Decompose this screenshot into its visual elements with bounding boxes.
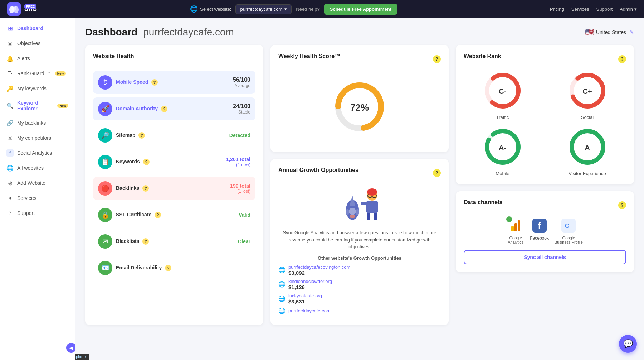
data-channels-card: Data channels ? ✓ — [456, 191, 634, 272]
growth-site-2: 🌐 kindleandclowder.org $1,126 — [278, 279, 441, 290]
site-name-2[interactable]: kindleandclowder.org — [288, 279, 332, 284]
email-label: Email Deliverability ? — [116, 265, 171, 271]
growth-site-4: 🌐 purrfectdaycafe.com — [278, 307, 441, 314]
domain-authority-help[interactable]: ? — [161, 106, 167, 112]
mobile-speed-icon: ⏱ — [98, 75, 112, 90]
site-name-1[interactable]: purrfectdaycafecovington.com — [288, 264, 350, 270]
social-analytics-icon: f — [6, 149, 14, 157]
channel-facebook: f Facebook — [530, 217, 549, 244]
health-item-blacklists[interactable]: ✉ Blacklists ? Clear — [93, 230, 255, 253]
sync-channels-button[interactable]: Sync all channels — [464, 250, 626, 264]
sidebar-label-services: Services — [17, 195, 36, 201]
sidebar-item-keyword-explorer[interactable]: 🔍 Keyword Explorer New — [0, 96, 75, 115]
health-item-sitemap[interactable]: 🔎 Sitemap ? Detected — [93, 124, 255, 147]
website-health-card: Website Health ⏱ Mobile Speed ? 56/100 A… — [85, 45, 263, 325]
mobile-speed-sub: Average — [233, 83, 250, 88]
website-rank-card: Website Rank ? C- Traffic — [456, 45, 634, 184]
backlinks-help[interactable]: ? — [142, 185, 149, 192]
ssl-help[interactable]: ? — [155, 212, 161, 218]
channel-google-business: G GoogleBusiness Profile — [555, 217, 583, 244]
site-name-3[interactable]: luckycatcafe.org — [288, 293, 322, 298]
keywords-total: 1,201 total — [226, 157, 250, 162]
backlinks-total: 199 total — [230, 183, 250, 189]
sidebar-item-rank-guard[interactable]: 🛡 Rank Guard * New — [0, 66, 75, 81]
sidebar-item-alerts[interactable]: 🔔 Alerts — [0, 51, 75, 66]
chat-button[interactable]: 💬 — [619, 335, 637, 353]
pricing-link[interactable]: Pricing — [550, 6, 564, 12]
website-rank-help[interactable]: ? — [618, 55, 626, 63]
growth-sites-list: 🌐 purrfectdaycafecovington.com $3,092 🌐 … — [278, 264, 441, 314]
sidebar-item-services[interactable]: ✦ Services — [0, 191, 75, 206]
admin-menu[interactable]: Admin ▾ — [620, 6, 637, 12]
google-business-label: GoogleBusiness Profile — [555, 236, 583, 244]
traffic-grade: C- — [499, 87, 506, 96]
website-selector[interactable]: purrfectdaycafe.com ▾ — [235, 4, 292, 14]
social-label: Social — [581, 115, 594, 120]
sidebar-item-competitors[interactable]: ⚔ My competitors — [0, 130, 75, 145]
growth-site-1: 🌐 purrfectdaycafecovington.com $3,092 — [278, 264, 441, 276]
blacklists-status: Clear — [238, 239, 250, 244]
visitor-grade: A — [585, 144, 590, 152]
competitors-icon: ⚔ — [6, 134, 14, 141]
sidebar-item-dashboard[interactable]: ⊞ Dashboard — [0, 21, 75, 36]
health-item-keywords[interactable]: 📋 Keywords ? 1,201 total (1 new) — [93, 150, 255, 173]
mobile-speed-help[interactable]: ? — [151, 79, 158, 86]
growth-illustration — [278, 185, 441, 224]
sitemap-help[interactable]: ? — [138, 132, 145, 139]
email-icon: 📧 — [98, 261, 112, 275]
ssl-icon: 🔒 — [98, 208, 112, 222]
country-name: United States — [596, 29, 626, 35]
svg-rect-19 — [367, 213, 370, 220]
backlinks-lost: (1 lost) — [230, 189, 250, 194]
support-link[interactable]: Support — [596, 6, 613, 12]
google-business-icon-wrap: G — [560, 217, 577, 234]
blacklists-help[interactable]: ? — [142, 238, 149, 245]
flag-icon: 🇺🇸 — [585, 28, 594, 37]
rank-social: C+ Social — [548, 71, 626, 120]
data-channels-help[interactable]: ? — [618, 201, 626, 209]
sidebar-item-support[interactable]: ? Support — [0, 206, 75, 221]
weekly-health-help[interactable]: ? — [433, 55, 441, 63]
sidebar-label-add-website: Add Website — [17, 180, 45, 186]
sidebar-item-all-websites[interactable]: 🌐 All websites — [0, 160, 75, 176]
sidebar-item-backlinks[interactable]: 🔗 My backlinks — [0, 115, 75, 130]
edit-country-icon[interactable]: ✎ — [630, 29, 634, 35]
health-item-ssl[interactable]: 🔒 SSL Certificate ? Valid — [93, 203, 255, 226]
sidebar-label-alerts: Alerts — [17, 56, 30, 61]
sidebar-item-add-website[interactable]: ⊕ Add Website — [0, 176, 75, 191]
admin-chevron-icon: ▾ — [634, 6, 637, 12]
facebook-icon: f — [532, 219, 547, 233]
health-item-backlinks[interactable]: 🔴 Backlinks ? 199 total (1 lost) — [93, 177, 255, 200]
mobile-grade: A- — [499, 144, 506, 152]
weekly-health-title: Weekly Health Score™ — [278, 53, 340, 59]
sidebar-label-competitors: My competitors — [17, 135, 51, 141]
sidebar-item-objectives[interactable]: ◎ Objectives — [0, 36, 75, 51]
sidebar-label-social-analytics: Social Analytics — [17, 150, 52, 156]
site-amount-2: $1,126 — [288, 284, 332, 290]
main-content: Dashboard purrfectdaycafe.com 🇺🇸 United … — [75, 18, 644, 360]
keywords-icon: 🔑 — [6, 85, 14, 92]
weekly-health-card: Weekly Health Score™ ? 72% — [270, 45, 449, 152]
sidebar-label-dashboard: Dashboard — [17, 25, 43, 31]
sidebar-item-keywords[interactable]: 🔑 My keywords — [0, 81, 75, 96]
add-website-icon: ⊕ — [6, 179, 14, 187]
schedule-button[interactable]: Schedule Free Appointment — [324, 4, 397, 15]
services-link[interactable]: Services — [571, 6, 589, 12]
svg-rect-20 — [374, 213, 377, 220]
logo-area[interactable]: diib FREE — [7, 2, 37, 16]
traffic-label: Traffic — [496, 115, 509, 120]
site-name-4[interactable]: purrfectdaycafe.com — [288, 308, 331, 313]
domain-authority-sub: Stable — [233, 110, 250, 115]
sidebar-item-social-analytics[interactable]: f Social Analytics — [0, 145, 75, 160]
svg-rect-14 — [373, 202, 378, 205]
all-websites-icon: 🌐 — [6, 164, 14, 172]
health-item-mobile-speed[interactable]: ⏱ Mobile Speed ? 56/100 Average — [93, 71, 255, 94]
svg-text:G: G — [565, 223, 569, 229]
sidebar-collapse-button[interactable]: ◀ — [66, 343, 75, 353]
keywords-help[interactable]: ? — [143, 159, 150, 165]
domain-authority-score: 24/100 — [233, 103, 250, 110]
health-item-domain-authority[interactable]: 🚀 Domain Authority ? 24/100 Stable — [93, 97, 255, 120]
health-item-email[interactable]: 📧 Email Deliverability ? — [93, 256, 255, 279]
annual-growth-help[interactable]: ? — [433, 169, 441, 177]
email-help[interactable]: ? — [165, 265, 171, 271]
